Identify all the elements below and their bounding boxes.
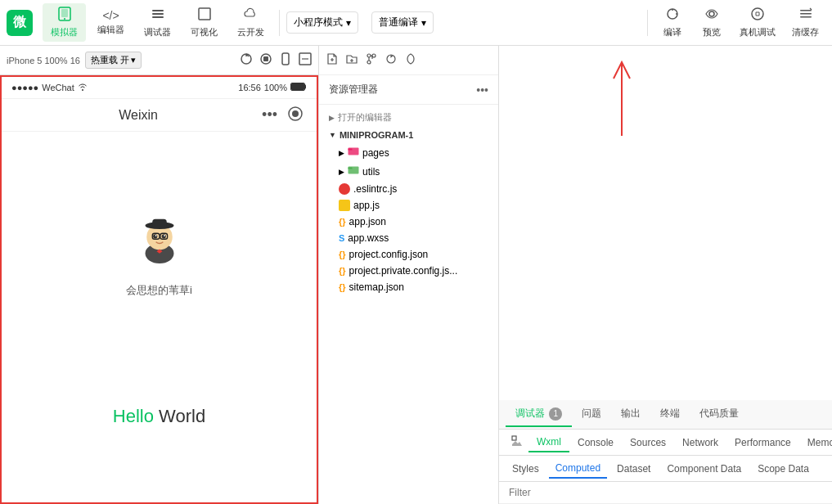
phone-panel: iPhone 5 100% 16 热重载 开 ▾ [0,46,319,504]
expand-icon[interactable] [299,52,312,68]
subtab-memory-label: Memo [807,437,832,448]
subtab-console-label: Console [578,437,614,448]
compile-select[interactable]: 普通编译 ▾ [371,11,434,34]
miniprogram-label: MINIPROGRAM-1 [340,130,413,140]
debug-tab-codequality-label: 代码质量 [699,407,739,419]
eslintrc-file[interactable]: .eslintrc.js [319,181,498,197]
svg-rect-11 [800,16,812,18]
arrow-area [499,46,832,400]
panel-tab-dataset[interactable]: Dataset [610,460,657,478]
debug-tab-terminal-label: 终端 [660,407,680,419]
btn-clear-cache[interactable]: 清缓存 [785,3,825,42]
panel-tab-component[interactable]: Component Data [660,460,748,478]
record-icon[interactable] [287,106,304,124]
signal-dots: ●●●●● [11,83,38,92]
svg-rect-14 [282,53,289,65]
svg-rect-37 [349,168,353,169]
simulator-icon [57,7,72,25]
subtab-console[interactable]: Console [569,434,622,452]
puzzle-icon[interactable] [404,52,417,69]
svg-rect-4 [152,13,164,15]
file-more-icon[interactable]: ••• [476,83,488,97]
mode-select[interactable]: 小程序模式 ▾ [286,11,358,34]
miniprogram-section[interactable]: ▼ MINIPROGRAM-1 [319,127,498,143]
new-folder-icon[interactable] [345,52,358,69]
toolbar-btn-cloud[interactable]: 云开发 [229,3,272,42]
editor-icon: </> [102,9,119,22]
appjs-icon [339,200,350,211]
refresh-icon[interactable] [240,52,253,68]
status-right: 16:56 100% [238,82,307,93]
btn-preview[interactable]: 预览 [694,3,730,42]
battery-icon [290,82,307,93]
subtab-performance-label: Performance [735,437,791,448]
separator-1 [279,10,280,36]
hotreload-btn[interactable]: 热重载 开 ▾ [85,52,142,69]
sitemap-file[interactable]: {} sitemap.json [319,279,498,295]
subtab-network-label: Network [682,437,718,448]
panel-tab-scope[interactable]: Scope Data [751,460,816,478]
git-icon[interactable] [365,52,378,69]
subtab-performance[interactable]: Performance [726,434,799,452]
debug-tab-issues[interactable]: 问题 [572,402,611,427]
wifi-icon [78,82,88,93]
toolbar-btn-simulator[interactable]: 模拟器 [43,3,86,42]
cloud-label: 云开发 [237,26,264,38]
filter-input[interactable] [506,485,832,500]
toolbar-btn-visualize[interactable]: 可视化 [182,3,226,42]
file-panel: 资源管理器 ••• ▶ 打开的编辑器 ▼ MINIPROGRAM-1 ▶ [319,46,499,504]
panel-tab-computed[interactable]: Computed [549,459,607,479]
time-display: 16:56 [238,83,261,92]
subtab-network[interactable]: Network [674,434,726,452]
refresh-file-icon[interactable] [385,52,398,69]
projectprivate-file[interactable]: {} project.private.config.js... [319,263,498,279]
phone-toolbar-icons [240,52,312,68]
utils-label: utils [362,166,380,178]
panel-tab-scope-label: Scope Data [758,463,809,475]
btn-compile[interactable]: 编译 [654,3,690,42]
debug-tab-terminal[interactable]: 终端 [650,402,690,427]
projectconfig-icon: {} [339,250,346,259]
phone-frame-icon[interactable] [279,52,292,68]
svg-point-7 [709,11,714,16]
clear-cache-label: 清缓存 [792,26,819,38]
subtab-wxml-label: Wxml [537,436,561,448]
open-editors-section[interactable]: ▶ 打开的编辑器 [319,108,498,127]
pages-folder[interactable]: ▶ pages [319,143,498,162]
svg-point-26 [155,235,156,236]
panel-tabs-bar: Styles Computed Dataset Component Data S… [499,456,832,482]
svg-point-25 [161,234,165,238]
subtab-selector[interactable] [506,431,528,453]
projectprivate-icon: {} [339,266,346,276]
projectconfig-file[interactable]: {} project.config.json [319,246,498,263]
panel-tab-styles[interactable]: Styles [506,460,546,478]
appjs-file[interactable]: app.js [319,197,498,214]
stop-icon[interactable] [259,52,272,68]
new-file-icon[interactable] [326,52,339,69]
subtab-sources[interactable]: Sources [622,434,674,452]
appjson-file[interactable]: {} app.json [319,214,498,230]
toolbar-btn-debugtool[interactable]: 调试器 [136,3,179,42]
cloud-icon [244,7,259,25]
btn-real-device[interactable]: 真机调试 [733,3,782,42]
appwxss-file[interactable]: S app.wxss [319,230,498,246]
subtab-wxml[interactable]: Wxml [528,433,569,452]
panel-tab-dataset-label: Dataset [617,463,650,475]
toolbar-btn-editor[interactable]: </> 编辑器 [89,6,133,39]
phone-header: Weixin ••• [2,99,317,132]
pages-folder-icon [348,146,359,160]
debug-tab-output[interactable]: 输出 [611,402,650,427]
subtab-memory[interactable]: Memo [799,434,832,452]
debug-tab-debugger[interactable]: 调试器 1 [506,402,572,427]
clear-cache-icon [798,7,813,25]
utils-folder[interactable]: ▶ utils [319,162,498,181]
carrier-label: WeChat [42,83,74,92]
phone-status-bar: ●●●●● WeChat 16:56 100% [2,77,317,99]
debug-tab-debugger-label: 调试器 [515,407,545,419]
dots-icon[interactable]: ••• [262,106,277,124]
utils-folder-icon [348,164,359,178]
user-name: 会思想的苇草i [126,283,192,298]
svg-rect-3 [152,10,164,11]
phone-app-title: Weixin [119,108,158,123]
debug-tab-codequality[interactable]: 代码质量 [690,402,749,427]
